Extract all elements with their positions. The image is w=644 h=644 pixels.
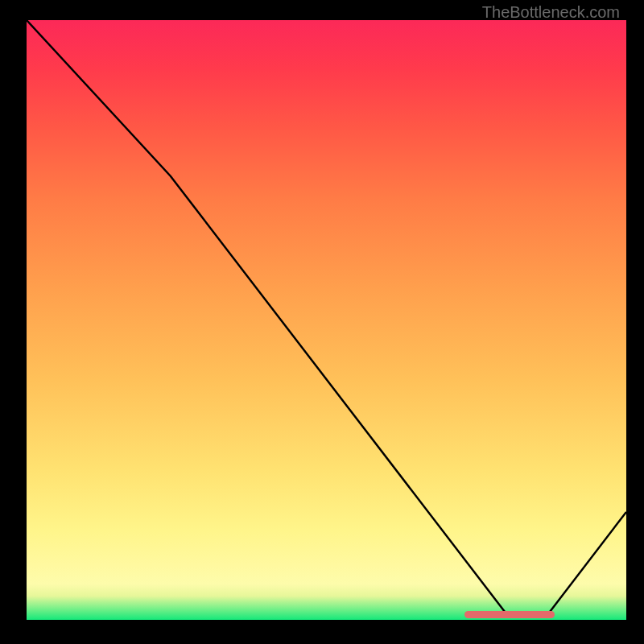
chart-frame: TheBottleneck.com [0, 0, 644, 644]
highlight-bar [464, 611, 555, 618]
bottleneck-curve [27, 20, 626, 614]
plot-area [27, 20, 626, 620]
watermark-text: TheBottleneck.com [482, 3, 620, 22]
curve-layer [27, 20, 626, 620]
